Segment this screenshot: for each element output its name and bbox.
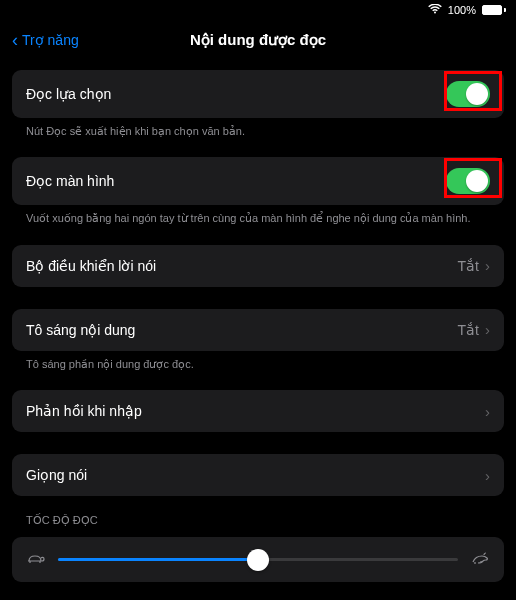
speak-selection-row[interactable]: Đọc lựa chọn	[12, 70, 504, 118]
speech-controller-label: Bộ điều khiển lời nói	[26, 258, 156, 274]
highlight-content-label: Tô sáng nội dung	[26, 322, 135, 338]
speaking-rate-slider[interactable]	[58, 558, 458, 561]
highlight-content-row[interactable]: Tô sáng nội dung Tắt ›	[12, 309, 504, 351]
highlight-content-footer: Tô sáng phần nội dung được đọc.	[12, 351, 504, 372]
speaking-rate-header: TỐC ĐỘ ĐỌC	[12, 514, 504, 533]
voices-row[interactable]: Giọng nói ›	[12, 454, 504, 496]
speak-screen-row[interactable]: Đọc màn hình	[12, 157, 504, 205]
wifi-icon	[428, 4, 442, 16]
chevron-left-icon: ‹	[12, 30, 18, 51]
page-title: Nội dung được đọc	[190, 31, 326, 49]
speak-screen-label: Đọc màn hình	[26, 173, 114, 189]
speak-selection-toggle[interactable]	[446, 81, 490, 107]
voices-label: Giọng nói	[26, 467, 87, 483]
typing-feedback-label: Phản hồi khi nhập	[26, 403, 142, 419]
speaking-rate-slider-row	[12, 537, 504, 582]
chevron-right-icon: ›	[485, 321, 490, 338]
status-bar: 100%	[0, 0, 516, 20]
tortoise-icon	[26, 551, 46, 568]
speak-screen-toggle[interactable]	[446, 168, 490, 194]
chevron-right-icon: ›	[485, 467, 490, 484]
typing-feedback-row[interactable]: Phản hồi khi nhập ›	[12, 390, 504, 432]
chevron-right-icon: ›	[485, 257, 490, 274]
speech-controller-value: Tắt	[458, 258, 479, 274]
back-label: Trợ năng	[22, 32, 79, 48]
battery-icon	[482, 5, 506, 15]
speech-controller-row[interactable]: Bộ điều khiển lời nói Tắt ›	[12, 245, 504, 287]
back-button[interactable]: ‹ Trợ năng	[12, 30, 79, 51]
slider-thumb[interactable]	[247, 549, 269, 571]
highlight-content-value: Tắt	[458, 322, 479, 338]
speak-screen-footer: Vuốt xuống bằng hai ngón tay từ trên cùn…	[12, 205, 504, 226]
speak-selection-label: Đọc lựa chọn	[26, 86, 111, 102]
chevron-right-icon: ›	[485, 403, 490, 420]
nav-header: ‹ Trợ năng Nội dung được đọc	[0, 20, 516, 60]
hare-icon	[470, 551, 490, 568]
speak-selection-footer: Nút Đọc sẽ xuất hiện khi bạn chọn văn bả…	[12, 118, 504, 139]
battery-percentage: 100%	[448, 4, 476, 16]
